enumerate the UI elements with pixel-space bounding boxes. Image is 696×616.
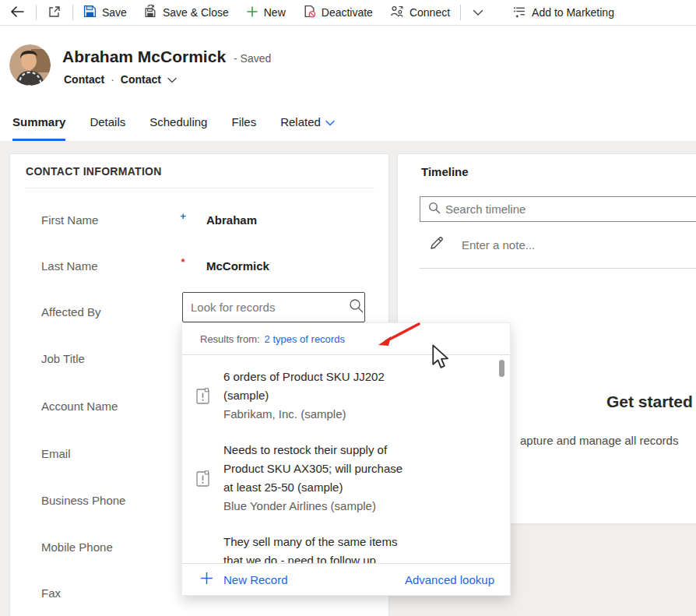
save-and-close-icon xyxy=(144,5,157,20)
lookup-result-item[interactable]: They sell many of the same items that we… xyxy=(182,533,510,565)
record-title: Abraham McCormick xyxy=(62,48,226,66)
required-marker: * xyxy=(176,256,190,268)
case-record-icon xyxy=(182,470,223,487)
note-placeholder: Enter a note... xyxy=(462,238,535,252)
get-started-heading: Get started xyxy=(606,392,693,411)
save-floppy-icon xyxy=(83,5,97,20)
open-in-new-window-icon xyxy=(48,5,61,20)
lookup-search-input[interactable] xyxy=(183,301,349,314)
deactivate-button[interactable]: Deactivate xyxy=(294,0,381,25)
flyout-footer: New Record Advanced lookup xyxy=(182,563,510,595)
field-first-name[interactable]: First Name + Abraham xyxy=(10,213,388,231)
save-and-close-label: Save & Close xyxy=(163,6,229,19)
save-button[interactable]: Save xyxy=(75,0,135,25)
tab-scheduling[interactable]: Scheduling xyxy=(149,115,207,141)
form-tabs: Summary Details Scheduling Files Related xyxy=(0,101,696,141)
form-body: CONTACT INFORMATION First Name + Abraham… xyxy=(0,141,696,616)
flyout-scrollbar-thumb[interactable] xyxy=(499,360,504,377)
lookup-result-list: 6 orders of Product SKU JJ202 (sample) F… xyxy=(182,355,510,565)
chevron-down-icon xyxy=(473,6,483,19)
timeline-divider xyxy=(420,268,696,269)
recommended-marker: + xyxy=(176,210,190,222)
result-subtitle: Fabrikam, Inc. (sample) xyxy=(223,405,434,424)
save-label: Save xyxy=(102,6,127,19)
dot-separator: · xyxy=(111,73,114,86)
lookup-results-flyout: Results from: 2 types of records 6 order… xyxy=(181,322,511,596)
results-from-row: Results from: 2 types of records xyxy=(182,323,510,355)
new-label: New xyxy=(264,6,286,19)
lookup-result-item[interactable]: Needs to restock their supply of Product… xyxy=(182,441,510,516)
field-value[interactable]: Abraham xyxy=(206,213,257,227)
search-icon xyxy=(349,298,364,316)
plus-icon xyxy=(246,5,258,20)
deactivate-icon xyxy=(303,5,316,20)
affected-by-lookup-box[interactable] xyxy=(182,292,365,322)
section-title: CONTACT INFORMATION xyxy=(26,165,162,178)
save-status: - Saved xyxy=(234,52,271,65)
get-started-subtitle: apture and manage all records xyxy=(520,434,678,447)
section-divider xyxy=(26,188,374,188)
pencil-icon xyxy=(429,235,445,254)
add-to-marketing-label: Add to Marketing xyxy=(532,6,614,19)
tab-summary[interactable]: Summary xyxy=(12,115,65,141)
contact-avatar[interactable] xyxy=(9,44,51,86)
timeline-title: Timeline xyxy=(421,165,469,178)
deactivate-label: Deactivate xyxy=(322,6,373,19)
back-button[interactable] xyxy=(0,0,34,25)
record-types-link[interactable]: 2 types of records xyxy=(265,333,345,345)
field-last-name[interactable]: Last Name * McCormick xyxy=(10,259,388,276)
case-record-icon xyxy=(182,388,223,404)
advanced-lookup-link[interactable]: Advanced lookup xyxy=(405,573,494,586)
tab-files[interactable]: Files xyxy=(231,115,256,141)
connect-people-icon xyxy=(390,5,404,20)
command-bar: Save Save & Close New Deactivate Connect xyxy=(0,0,696,26)
plus-icon xyxy=(200,572,213,587)
chevron-down-icon xyxy=(325,115,335,128)
chevron-down-icon[interactable] xyxy=(167,73,177,86)
tab-related[interactable]: Related xyxy=(280,115,335,141)
save-and-close-button[interactable]: Save & Close xyxy=(135,0,237,25)
enter-note-row[interactable]: Enter a note... xyxy=(429,235,535,254)
toolbar-divider xyxy=(72,5,73,20)
timeline-search-input[interactable] xyxy=(441,202,696,216)
back-arrow-icon xyxy=(10,5,24,20)
record-header: Abraham McCormick - Saved Contact · Cont… xyxy=(0,26,696,101)
entity-type-label: Contact xyxy=(64,73,104,86)
tab-details[interactable]: Details xyxy=(90,115,125,141)
app-window: Save Save & Close New Deactivate Connect xyxy=(0,0,696,616)
popout-button[interactable] xyxy=(38,0,71,25)
toolbar-divider xyxy=(36,5,37,20)
command-overflow-button[interactable] xyxy=(462,0,494,25)
search-icon xyxy=(428,202,441,217)
connect-label: Connect xyxy=(410,6,450,19)
results-from-label: Results from: xyxy=(200,333,260,345)
lookup-result-item[interactable]: 6 orders of Product SKU JJ202 (sample) F… xyxy=(182,368,510,424)
add-to-marketing-button[interactable]: Add to Marketing xyxy=(504,0,623,25)
connect-button[interactable]: Connect xyxy=(381,0,459,25)
result-subtitle: Blue Yonder Airlines (sample) xyxy=(223,497,434,516)
form-selector[interactable]: Contact xyxy=(121,73,161,86)
timeline-search-box[interactable] xyxy=(420,196,696,222)
new-button[interactable]: New xyxy=(237,0,294,25)
field-value[interactable]: McCormick xyxy=(206,259,269,273)
toolbar-divider xyxy=(460,5,461,20)
add-to-list-icon xyxy=(513,5,526,20)
new-record-button[interactable]: New Record xyxy=(200,572,288,587)
